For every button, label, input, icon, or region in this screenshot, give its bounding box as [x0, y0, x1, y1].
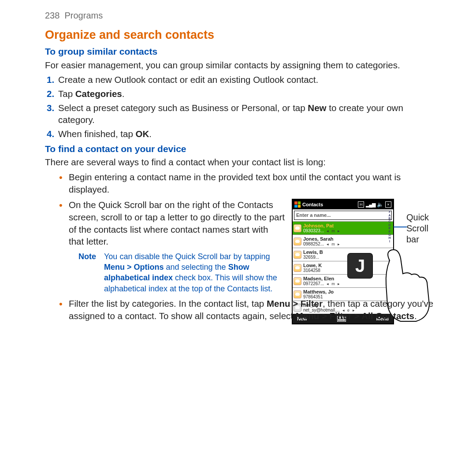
paragraph: For easier management, you can group sim… [45, 59, 442, 71]
step-item: 4.When finished, tap OK. [58, 128, 442, 140]
page-header: 238 Programs [45, 10, 442, 22]
speaker-icon: 🔈 [377, 201, 383, 208]
signal-icon: ▂▄▆ [366, 201, 375, 208]
contact-row[interactable]: Johnson, Pat0930323... ◂ m ▸ [293, 221, 393, 234]
close-icon[interactable]: × [385, 201, 391, 208]
letter-popup: J [348, 253, 372, 278]
bullet-item: Begin entering a contact name in the pro… [69, 171, 442, 195]
titlebar[interactable]: Contacts H ▂▄▆ 🔈 × [293, 200, 393, 209]
start-icon[interactable] [294, 201, 301, 208]
steps-list: 1.Create a new Outlook contact or edit a… [45, 74, 442, 140]
subheading-find: To find a contact on your device [45, 143, 442, 155]
step-item: 3.Select a preset category such as Busin… [58, 102, 442, 126]
avatar-icon [294, 277, 301, 285]
page-number: 238 [45, 11, 60, 20]
bullet-item: On the Quick Scroll bar on the right of … [69, 199, 442, 294]
contact-row[interactable]: Jones, Sarah0988252... ◂ m ▸ [293, 234, 393, 248]
callout-label: QuickScrollbar [406, 212, 429, 245]
step-item: 1.Create a new Outlook contact or edit a… [58, 74, 442, 86]
status-h-icon: H [358, 201, 364, 208]
avatar-icon [294, 290, 301, 298]
avatar-icon [294, 264, 301, 272]
page-title: Organize and search contacts [45, 27, 442, 43]
paragraph: There are several ways to find a contact… [45, 156, 442, 168]
note-block: Note You can disable the Quick Scroll ba… [69, 251, 285, 294]
section-name: Programs [65, 11, 103, 20]
avatar-icon [294, 238, 301, 245]
subheading-group: To group similar contacts [45, 45, 442, 58]
search-input[interactable]: Enter a name... [294, 211, 392, 220]
bullets-list: Begin entering a contact name in the pro… [45, 171, 442, 322]
callout-line [394, 227, 407, 227]
note-label: Note [78, 251, 96, 262]
bullet-item: Filter the list by categories. In the co… [69, 298, 442, 322]
avatar-icon [294, 251, 301, 259]
avatar-icon [294, 224, 301, 232]
titlebar-text: Contacts [302, 201, 323, 208]
step-item: 2.Tap Categories. [58, 88, 442, 100]
